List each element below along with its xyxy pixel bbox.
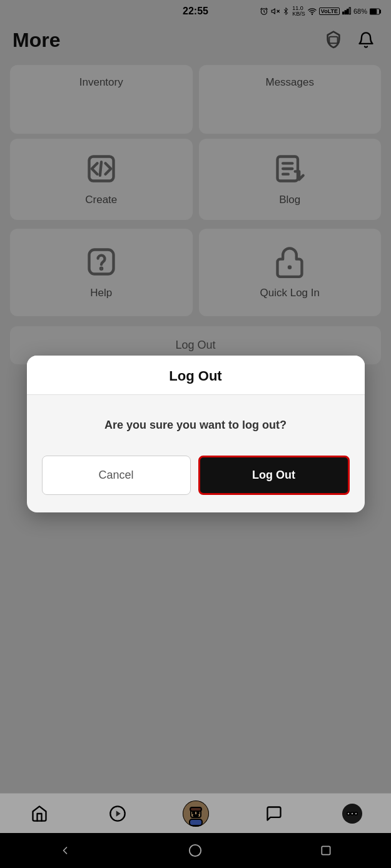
- logout-modal: Log Out Are you sure you want to log out…: [27, 356, 365, 512]
- modal-body: Are you sure you want to log out?: [27, 395, 365, 451]
- confirm-logout-button[interactable]: Log Out: [198, 456, 350, 495]
- modal-title: Log Out: [169, 368, 221, 384]
- modal-overlay[interactable]: Log Out Are you sure you want to log out…: [0, 0, 391, 868]
- modal-header: Log Out: [27, 356, 365, 395]
- cancel-button[interactable]: Cancel: [42, 456, 191, 495]
- modal-buttons: Cancel Log Out: [27, 451, 365, 512]
- modal-message: Are you sure you want to log out?: [47, 417, 345, 433]
